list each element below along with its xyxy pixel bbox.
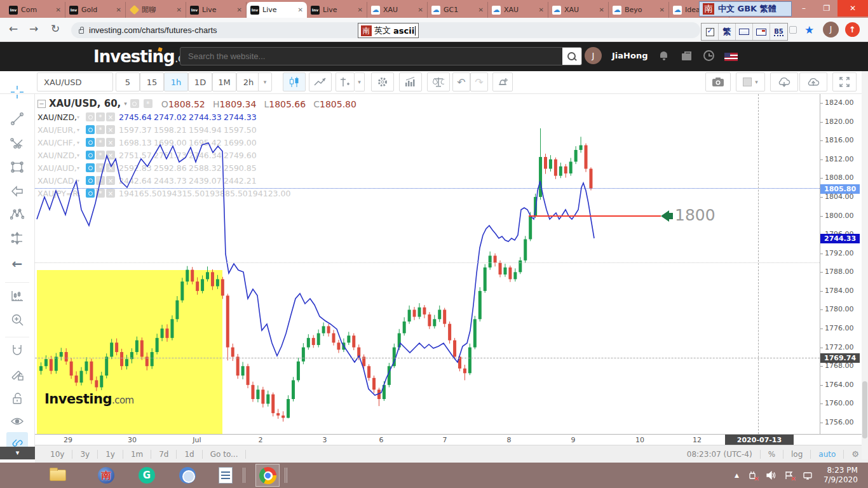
settings-gear-icon[interactable]: *: [144, 99, 153, 108]
interval-button-15[interactable]: 15: [140, 72, 164, 92]
forward-icon[interactable]: →: [29, 22, 38, 35]
browser-tab[interactable]: ☁XAU✕: [488, 2, 548, 18]
tab-close-icon[interactable]: ✕: [599, 6, 604, 13]
drawing-mode-lock-icon[interactable]: [6, 363, 28, 385]
browser-tab[interactable]: InvCom✕: [5, 2, 65, 18]
browser-tab[interactable]: ☁Beyo✕: [609, 2, 669, 18]
alert-bell-icon[interactable]: [492, 72, 513, 92]
tab-close-icon[interactable]: ✕: [660, 6, 665, 13]
interval-button-1M[interactable]: 1M: [212, 72, 236, 92]
range-button-1m[interactable]: 1m: [123, 450, 151, 459]
legend-compare-row[interactable]: XAU/CHF,▾*×1698.131699.001695.421699.00: [37, 136, 356, 149]
row-caret-icon[interactable]: ▾: [77, 114, 86, 120]
area-chart-icon[interactable]: [309, 72, 332, 92]
range-button-10y[interactable]: 10y: [43, 450, 72, 459]
row-caret-icon[interactable]: ▾: [77, 191, 86, 196]
visibility-eye-icon[interactable]: [130, 99, 139, 108]
notifications-bell-icon[interactable]: [658, 50, 670, 62]
interval-button-2h[interactable]: 2h: [236, 72, 261, 92]
settings-gear-icon[interactable]: *: [96, 151, 105, 159]
tray-expand-caret-icon[interactable]: ▲: [735, 472, 739, 478]
settings-gear-icon[interactable]: *: [96, 138, 105, 147]
chart-plot-area[interactable]: Investing.com 1800 − XAU/USD, 60, ▾ * O1…: [35, 94, 820, 434]
extension-icon[interactable]: [789, 26, 797, 34]
xabcd-pattern-icon[interactable]: [6, 203, 28, 225]
browser-tab[interactable]: ☁GC1✕: [428, 2, 488, 18]
settings-gear-icon[interactable]: *: [96, 189, 105, 198]
remove-x-icon[interactable]: ×: [106, 176, 115, 185]
remove-x-icon[interactable]: ×: [106, 138, 115, 147]
scales-icon[interactable]: [427, 72, 450, 92]
legend-compare-row[interactable]: XAU/NZD,▾*×2751.572751.732746.342749.60: [37, 149, 356, 161]
interval-button-1h[interactable]: 1h: [164, 72, 188, 92]
row-caret-icon[interactable]: ▾: [77, 165, 86, 171]
visibility-eye-icon[interactable]: [86, 151, 95, 159]
crosshair-icon[interactable]: [6, 81, 28, 103]
trendline-1800[interactable]: [529, 215, 661, 217]
row-caret-icon[interactable]: ▾: [77, 152, 86, 158]
tab-close-icon[interactable]: ✕: [418, 6, 423, 13]
visibility-eye-icon[interactable]: [86, 138, 95, 147]
visibility-eye-icon[interactable]: [86, 176, 95, 185]
hide-all-eye-icon[interactable]: [6, 410, 28, 432]
grammarly-icon[interactable]: G: [135, 464, 159, 487]
interval-dropdown-caret[interactable]: ▾: [258, 72, 272, 92]
legend-symbol[interactable]: XAU/USD, 60,: [49, 98, 121, 109]
writer-icon[interactable]: [214, 464, 238, 487]
site-search-input[interactable]: [180, 48, 562, 65]
pitchfork-icon[interactable]: [6, 132, 28, 154]
rectangle-tool-icon[interactable]: [6, 156, 28, 178]
sidebar-collapse-chevron[interactable]: ▾: [0, 447, 35, 459]
cloud-save-icon[interactable]: [799, 72, 827, 92]
search-icon[interactable]: [562, 48, 581, 65]
range-button-7d[interactable]: 7d: [151, 450, 177, 459]
ime-envelope-icon[interactable]: [753, 24, 770, 40]
visibility-eye-icon[interactable]: [86, 112, 95, 121]
row-caret-icon[interactable]: ▾: [77, 127, 86, 133]
settings-gear-icon[interactable]: [371, 72, 394, 92]
browser-tab[interactable]: 閒聊✕: [126, 2, 186, 18]
indicators-icon[interactable]: [399, 72, 422, 92]
time-axis[interactable]: 2020-07-13 18:00:00 2930Jul2367891012: [35, 434, 868, 445]
visibility-eye-icon[interactable]: [86, 189, 95, 198]
legend-collapse-icon[interactable]: −: [37, 100, 46, 108]
chrome-icon[interactable]: [255, 464, 280, 487]
log-scale-button[interactable]: log: [783, 450, 811, 459]
row-caret-icon[interactable]: ▾: [77, 178, 86, 184]
browser-tab[interactable]: ☁XAU✕: [367, 2, 428, 18]
browser-tab[interactable]: InvLive✕: [186, 2, 247, 18]
remove-x-icon[interactable]: ×: [106, 189, 115, 198]
legend-compare-row[interactable]: XAU/AUD,▾*×2592.832592.862588.322590.85: [37, 161, 356, 174]
trend-line-icon[interactable]: [6, 108, 28, 130]
tab-close-icon[interactable]: ✕: [237, 6, 242, 13]
extension-arrow-icon[interactable]: ↑: [845, 22, 860, 37]
interval-button-1D[interactable]: 1D: [188, 72, 212, 92]
legend-compare-row[interactable]: XAU/NZD,▾*×2745.642747.022744.332744.33: [37, 111, 356, 123]
measure-icon[interactable]: [6, 285, 28, 306]
auto-scale-button[interactable]: auto: [811, 450, 844, 459]
page-scrollbar[interactable]: [862, 71, 868, 459]
percent-scale-button[interactable]: %: [761, 450, 783, 459]
tab-close-icon[interactable]: ✕: [56, 6, 61, 13]
volume-icon[interactable]: [766, 470, 776, 480]
url-input[interactable]: [89, 25, 597, 35]
undo-icon[interactable]: ↶: [452, 72, 470, 92]
visibility-eye-icon[interactable]: [86, 125, 95, 134]
tab-close-icon[interactable]: ✕: [539, 6, 544, 13]
legend-compare-row[interactable]: XAU/CAD,▾*×2442.642443.732439.072442.21: [37, 174, 356, 187]
browser-profile-avatar[interactable]: J: [823, 22, 839, 37]
compare-dropdown-caret[interactable]: ▾: [355, 72, 365, 92]
reload-icon[interactable]: ↻: [51, 22, 60, 35]
ime-keyboard-icon[interactable]: [736, 24, 753, 40]
network-display-icon[interactable]: [803, 470, 813, 480]
ime-check-icon[interactable]: [702, 24, 719, 40]
remove-x-icon[interactable]: ×: [106, 151, 115, 159]
symbol-search-field[interactable]: XAU/USD: [37, 72, 113, 92]
browser-tab[interactable]: InvGold✕: [65, 2, 126, 18]
remove-x-icon[interactable]: ×: [106, 163, 115, 172]
interval-button-5[interactable]: 5: [116, 72, 140, 92]
candlestick-chart-icon[interactable]: [283, 72, 306, 92]
axis-settings-gear-icon[interactable]: ⚙: [844, 449, 859, 459]
redo-icon[interactable]: ↷: [470, 72, 488, 92]
settings-gear-icon[interactable]: *: [96, 112, 105, 121]
